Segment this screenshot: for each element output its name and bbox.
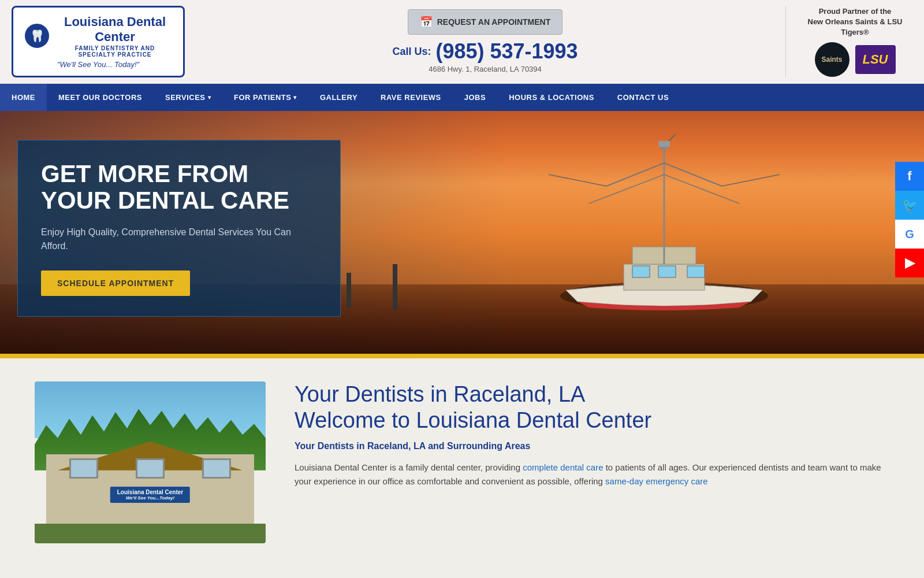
lower-content-section: Louisiana Dental Center We'll See You...… (0, 358, 924, 566)
yellow-divider-bar (0, 354, 924, 358)
svg-line-9 (664, 163, 722, 186)
svg-text:🦷: 🦷 (30, 29, 44, 43)
svg-line-17 (549, 175, 606, 186)
dentist-body: Louisiana Dental Center is a family dent… (295, 461, 889, 488)
nav-hours-locations[interactable]: HOURS & LOCATIONS (497, 84, 606, 111)
partner-logos: Saints LSU (798, 42, 912, 77)
nav-rave-reviews[interactable]: RAVE REVIEWS (369, 84, 453, 111)
building-ground (35, 524, 266, 543)
nav-jobs[interactable]: JOBS (453, 84, 497, 111)
nav-gallery[interactable]: GALLERY (308, 84, 369, 111)
phone-number: (985) 537-1993 (435, 39, 578, 64)
logo-title: Louisiana Dental Center (56, 14, 174, 45)
logo-area: 🦷 Louisiana Dental Center FAMILY DENTIST… (12, 6, 185, 77)
saints-logo: Saints (815, 42, 850, 77)
hero-section: GET MORE FROM YOUR DENTAL CARE Enjoy Hig… (0, 111, 924, 354)
nav-services[interactable]: SERVICES ▾ (154, 84, 222, 111)
nav-home[interactable]: HOME (0, 84, 47, 111)
youtube-icon: ▶ (905, 255, 915, 271)
partner-text: Proud Partner of the New Orleans Saints … (798, 6, 912, 38)
hero-content-box: GET MORE FROM YOUR DENTAL CARE Enjoy Hig… (17, 140, 341, 317)
svg-rect-5 (658, 266, 676, 277)
logo-tagline: "We'll See You... Today!" (23, 60, 174, 69)
calendar-icon: 📅 (420, 16, 433, 28)
svg-rect-4 (632, 266, 650, 277)
social-sidebar: f 🐦 G ▶ (895, 162, 924, 277)
svg-rect-15 (658, 141, 670, 147)
facebook-button[interactable]: f (895, 162, 924, 191)
dentist-subheading: Your Dentists in Raceland, LA and Surrou… (295, 441, 889, 451)
complete-dental-care-link[interactable]: complete dental care (523, 462, 603, 472)
nav-contact-us[interactable]: CONTACT US (606, 84, 680, 111)
marker-pole (346, 273, 351, 307)
twitter-button[interactable]: 🐦 (895, 191, 924, 220)
nav-for-patients[interactable]: FOR PATIENTS ▾ (222, 84, 308, 111)
hero-boat-image (520, 117, 808, 319)
twitter-icon: 🐦 (902, 198, 918, 213)
chevron-down-icon: ▾ (208, 94, 211, 101)
facebook-icon: f (907, 169, 911, 184)
lsu-logo: LSU (855, 45, 896, 74)
svg-line-10 (606, 163, 664, 186)
hero-headline: GET MORE FROM YOUR DENTAL CARE (41, 161, 317, 214)
partner-section: Proud Partner of the New Orleans Saints … (785, 6, 912, 77)
google-icon: G (905, 228, 914, 241)
main-navigation: HOME MEET OUR DOCTORS SERVICES ▾ FOR PAT… (0, 84, 924, 111)
lower-text-content: Your Dentists in Raceland, LA Welcome to… (295, 381, 889, 488)
site-header: 🦷 Louisiana Dental Center FAMILY DENTIST… (0, 0, 924, 84)
schedule-appointment-button[interactable]: SCHEDULE APPOINTMENT (41, 271, 190, 296)
header-center: 📅 REQUEST AN APPOINTMENT Call Us: (985) … (185, 9, 785, 73)
nav-meet-doctors[interactable]: MEET OUR DOCTORS (47, 84, 154, 111)
hero-subtext: Enjoy High Quality, Comprehensive Dental… (41, 225, 317, 253)
building-photo: Louisiana Dental Center We'll See You...… (35, 381, 266, 543)
building-windows (69, 458, 231, 479)
svg-rect-6 (687, 266, 705, 277)
emergency-care-link[interactable]: same-day emergency care (605, 476, 708, 486)
window-3 (202, 458, 231, 479)
chevron-down-icon: ▾ (293, 94, 297, 101)
logo-icon: 🦷 (23, 21, 51, 50)
building-dental-sign: Louisiana Dental Center We'll See You...… (110, 487, 190, 503)
request-appointment-button[interactable]: 📅 REQUEST AN APPOINTMENT (408, 9, 563, 35)
svg-line-12 (589, 175, 664, 203)
call-us-row: Call Us: (985) 537-1993 (196, 39, 774, 64)
dentist-heading: Your Dentists in Raceland, LA Welcome to… (295, 381, 889, 434)
logo-subtitle: FAMILY DENTISTRY AND SPECIALTY PRACTICE (56, 45, 174, 58)
logo-box: 🦷 Louisiana Dental Center FAMILY DENTIST… (12, 6, 185, 77)
google-button[interactable]: G (895, 220, 924, 249)
address: 4686 Hwy. 1, Raceland, LA 70394 (196, 65, 774, 73)
window-1 (69, 458, 98, 479)
svg-line-11 (664, 175, 739, 203)
youtube-button[interactable]: ▶ (895, 249, 924, 277)
svg-line-16 (722, 175, 780, 186)
window-2 (136, 458, 165, 479)
marker-pole-2 (393, 264, 397, 310)
call-label: Call Us: (392, 46, 431, 58)
